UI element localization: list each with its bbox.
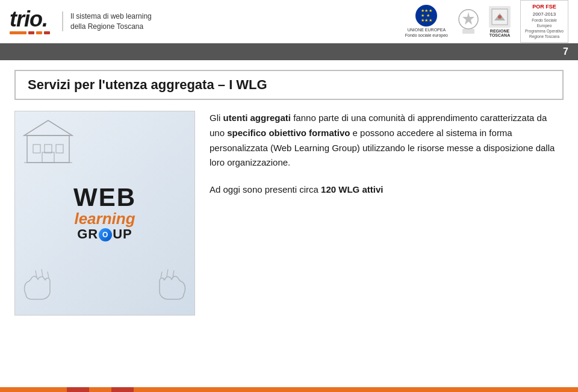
por-fse-desc-line1: Fondo Sociale Europeo xyxy=(524,17,564,28)
hands-left-icon xyxy=(20,258,56,300)
por-fse-logo: POR FSE 2007-2013 Fondo Sociale Europeo … xyxy=(520,0,568,42)
web-text: WEB xyxy=(73,185,136,210)
regione-emblem-icon xyxy=(491,8,508,25)
svg-line-17 xyxy=(161,272,162,278)
svg-rect-9 xyxy=(56,145,63,153)
regione-toscana-logo: REGIONE TOSCANA xyxy=(489,6,511,37)
svg-line-16 xyxy=(167,269,168,276)
main-content: Servizi per l'utenza aggregata – I WLG xyxy=(0,60,578,325)
text-panel: Gli utenti aggregati fanno parte di una … xyxy=(210,111,564,198)
eu-stars-icon: ★★★★ ★★★★ xyxy=(421,8,433,23)
por-fse-desc-line2: Programma Operativo xyxy=(524,28,564,34)
footer-bar-4 xyxy=(111,387,134,392)
body-paragraph: Gli utenti aggregati fanno parte di una … xyxy=(210,111,564,170)
image-panel: WEB learning GROUP xyxy=(14,111,195,316)
svg-rect-2 xyxy=(462,29,474,34)
svg-marker-6 xyxy=(24,120,72,135)
eu-label: UNIONE EUROPEA Fondo sociale europeo xyxy=(405,28,448,38)
secondary-paragraph: Ad oggi sono presenti circa 120 WLG atti… xyxy=(210,182,564,198)
header-left: trio. Il sistema di web learning della R… xyxy=(10,8,152,34)
building-sketch xyxy=(21,117,75,168)
tagline-line1: Il sistema di web learning xyxy=(70,11,152,22)
svg-rect-10 xyxy=(42,152,54,163)
footer-bar-2 xyxy=(67,387,89,392)
svg-line-13 xyxy=(42,269,43,276)
svg-rect-7 xyxy=(33,145,40,153)
hands-right-icon xyxy=(154,258,190,300)
group-text: GROUP xyxy=(77,228,132,241)
slide-body: WEB learning GROUP Gli utenti aggregati … xyxy=(14,111,564,316)
por-fse-years: 2007-2013 xyxy=(524,11,564,17)
trio-bar-4 xyxy=(44,31,50,34)
svg-point-4 xyxy=(498,15,502,19)
footer-bar-5 xyxy=(134,387,578,392)
svg-rect-8 xyxy=(45,145,52,153)
header: trio. Il sistema di web learning della R… xyxy=(0,0,578,43)
trio-logo: trio. xyxy=(10,8,50,34)
regione-label: REGIONE TOSCANA xyxy=(489,29,510,37)
learning-text: learning xyxy=(74,210,135,228)
slide-number: 7 xyxy=(563,46,568,57)
eu-circle: ★★★★ ★★★★ xyxy=(415,5,437,26)
italy-emblem-icon xyxy=(458,8,479,35)
trio-bar-3 xyxy=(36,31,42,34)
italy-emblem xyxy=(458,8,479,35)
slide-number-bar: 7 xyxy=(0,43,578,60)
header-tagline: Il sistema di web learning della Regione… xyxy=(62,11,152,32)
por-fse-desc-line3: Regione Toscana xyxy=(524,34,564,39)
header-logos: ★★★★ ★★★★ UNIONE EUROPEA Fondo sociale e… xyxy=(405,0,568,42)
slide-title-box: Servizi per l'utenza aggregata – I WLG xyxy=(14,70,564,100)
building-sketch-icon xyxy=(21,117,75,166)
wlg-illustration: WEB learning GROUP xyxy=(15,111,194,315)
footer-bar-3 xyxy=(89,387,111,392)
svg-line-14 xyxy=(48,272,49,278)
por-fse-title: POR FSE xyxy=(524,3,564,11)
svg-marker-1 xyxy=(462,12,474,25)
wlg-center-text: WEB learning GROUP xyxy=(73,185,136,241)
hands-right xyxy=(154,258,190,303)
trio-bar-1 xyxy=(10,31,26,34)
tagline-line2: della Regione Toscana xyxy=(70,22,152,32)
hands-left xyxy=(20,258,56,303)
trio-bars xyxy=(10,31,50,34)
group-o-icon: O xyxy=(99,228,112,241)
slide-title: Servizi per l'utenza aggregata – I WLG xyxy=(28,77,550,93)
eu-logo: ★★★★ ★★★★ UNIONE EUROPEA Fondo sociale e… xyxy=(405,5,448,38)
footer-bar-1 xyxy=(0,387,67,392)
regione-icon xyxy=(489,6,511,28)
trio-bar-2 xyxy=(28,31,34,34)
trio-logo-text: trio. xyxy=(10,8,50,30)
footer xyxy=(0,387,578,392)
